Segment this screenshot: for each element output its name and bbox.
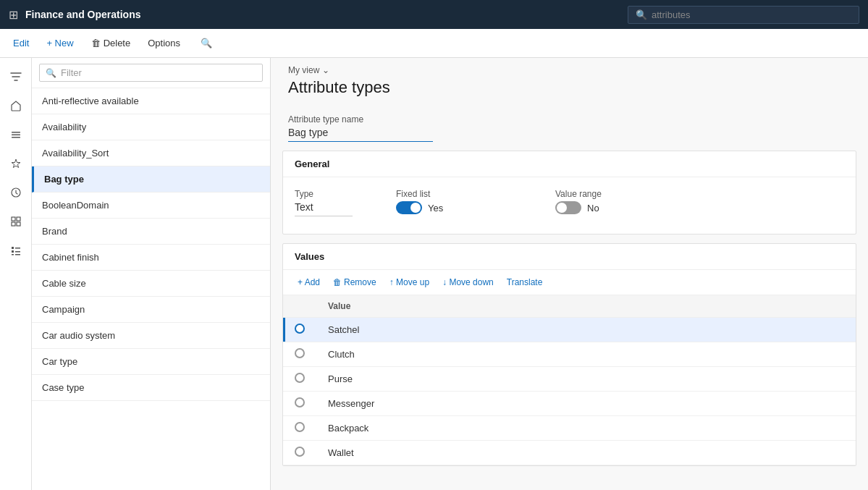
chevron-down-icon: ⌄ (322, 65, 329, 75)
fixed-list-field: Fixed list Yes (396, 189, 512, 214)
new-label: + New (46, 38, 73, 48)
remove-button[interactable]: 🗑 Remove (327, 274, 382, 290)
radio-cell (283, 441, 316, 465)
global-search[interactable]: 🔍 (628, 6, 859, 24)
list-item[interactable]: Cable size (32, 271, 270, 297)
table-row[interactable]: Purse (283, 367, 856, 392)
sidebar-filter-icon[interactable] (3, 64, 29, 90)
value-range-toggle-row: No (555, 201, 671, 214)
search-icon: 🔍 (636, 9, 647, 20)
radio-button[interactable] (295, 397, 305, 407)
sidebar-icons (0, 58, 32, 490)
radio-cell (283, 392, 316, 416)
page-title: Attribute types (288, 78, 851, 97)
filter-search-icon: 🔍 (46, 68, 56, 78)
filter-input-wrapper[interactable]: 🔍 (39, 64, 263, 82)
radio-column-header (283, 295, 316, 318)
list-item[interactable]: BooleanDomain (32, 193, 270, 219)
value-cell: Wallet (316, 441, 856, 465)
radio-cell (283, 367, 316, 392)
value-cell: Backpack (316, 416, 856, 441)
value-range-label: Value range (555, 189, 671, 199)
svg-rect-7 (17, 222, 20, 226)
list-item[interactable]: Availability (32, 114, 270, 140)
table-row[interactable]: Clutch (283, 342, 856, 367)
svg-rect-5 (17, 217, 20, 221)
my-view-link[interactable]: My view ⌄ (288, 65, 851, 75)
delete-button[interactable]: 🗑 Delete (84, 34, 138, 52)
list-item[interactable]: Anti-reflective available (32, 88, 270, 114)
value-range-field: Value range No (555, 189, 671, 214)
main-layout: 🔍 Anti-reflective availableAvailabilityA… (0, 58, 868, 490)
detail-header: My view ⌄ Attribute types (271, 58, 868, 107)
table-row[interactable]: Satchel (283, 318, 856, 342)
attribute-type-name-label: Attribute type name (288, 114, 851, 124)
new-button[interactable]: + New (39, 34, 80, 52)
fixed-list-toggle[interactable] (396, 201, 422, 214)
svg-rect-11 (15, 251, 20, 253)
type-label: Type (295, 189, 353, 199)
svg-rect-10 (12, 250, 14, 253)
list-item[interactable]: Brand (32, 219, 270, 245)
svg-rect-12 (12, 254, 14, 255)
app-title: Finance and Operations (25, 9, 620, 20)
attribute-type-name-value[interactable]: Bag type (288, 127, 433, 142)
radio-button[interactable] (295, 348, 305, 358)
sidebar-grid-icon[interactable] (3, 208, 29, 235)
values-toolbar: + Add 🗑 Remove ↑ Move up ↓ Move down Tra… (283, 270, 856, 295)
radio-button[interactable] (295, 447, 305, 457)
value-cell: Satchel (316, 318, 856, 342)
options-button[interactable]: Options (140, 34, 187, 52)
fixed-list-toggle-row: Yes (396, 201, 512, 214)
detail-panel: My view ⌄ Attribute types Attribute type… (271, 58, 868, 490)
radio-button[interactable] (295, 422, 305, 432)
fixed-list-toggle-label: Yes (428, 203, 443, 214)
list-panel: 🔍 Anti-reflective availableAvailabilityA… (32, 58, 271, 490)
value-cell: Clutch (316, 342, 856, 367)
value-range-toggle-label: No (587, 203, 599, 214)
table-row[interactable]: Backpack (283, 416, 856, 441)
svg-rect-13 (15, 254, 20, 255)
radio-button[interactable] (295, 373, 305, 383)
remove-icon: 🗑 (333, 277, 342, 287)
list-item[interactable]: Car type (32, 349, 270, 375)
filter-input[interactable] (61, 67, 256, 78)
delete-icon: 🗑 (91, 38, 101, 48)
sidebar-list-icon[interactable] (3, 237, 29, 263)
general-card-header: General (283, 151, 856, 177)
radio-button[interactable] (295, 324, 305, 334)
svg-rect-1 (12, 135, 20, 136)
search-action-icon[interactable]: 🔍 (193, 34, 219, 52)
value-cell: Messenger (316, 392, 856, 416)
list-item[interactable]: Cabinet finish (32, 245, 270, 271)
sidebar-clock-icon[interactable] (3, 179, 29, 206)
sidebar-home-icon[interactable] (3, 93, 29, 119)
list-item[interactable]: Car audio system (32, 323, 270, 349)
sidebar-star-icon[interactable] (3, 151, 29, 177)
list-filter-area: 🔍 (32, 58, 270, 88)
attribute-type-name-section: Attribute type name Bag type (271, 107, 868, 142)
values-card-header: Values (283, 244, 856, 270)
svg-rect-4 (12, 217, 15, 221)
list-item[interactable]: Campaign (32, 297, 270, 323)
type-value[interactable]: Text (295, 201, 353, 216)
table-row[interactable]: Messenger (283, 392, 856, 416)
list-item[interactable]: Bag type (32, 166, 270, 193)
radio-cell (283, 416, 316, 441)
value-cell: Purse (316, 367, 856, 392)
move-down-button[interactable]: ↓ Move down (437, 274, 500, 290)
search-input[interactable] (652, 9, 851, 20)
translate-button[interactable]: Translate (501, 274, 549, 290)
list-item[interactable]: Case type (32, 375, 270, 401)
list-items-container: Anti-reflective availableAvailabilityAva… (32, 88, 270, 490)
table-row[interactable]: Wallet (283, 441, 856, 465)
sidebar-menu-icon[interactable] (3, 122, 29, 148)
apps-grid-icon[interactable]: ⊞ (9, 8, 18, 22)
edit-button[interactable]: Edit (6, 34, 36, 52)
type-field: Type Text (295, 189, 353, 216)
value-range-toggle[interactable] (555, 201, 581, 214)
list-item[interactable]: Availability_Sort (32, 140, 270, 166)
general-card-body: Type Text Fixed list Yes (283, 177, 856, 234)
move-up-button[interactable]: ↑ Move up (384, 274, 435, 290)
add-button[interactable]: + Add (292, 274, 326, 290)
